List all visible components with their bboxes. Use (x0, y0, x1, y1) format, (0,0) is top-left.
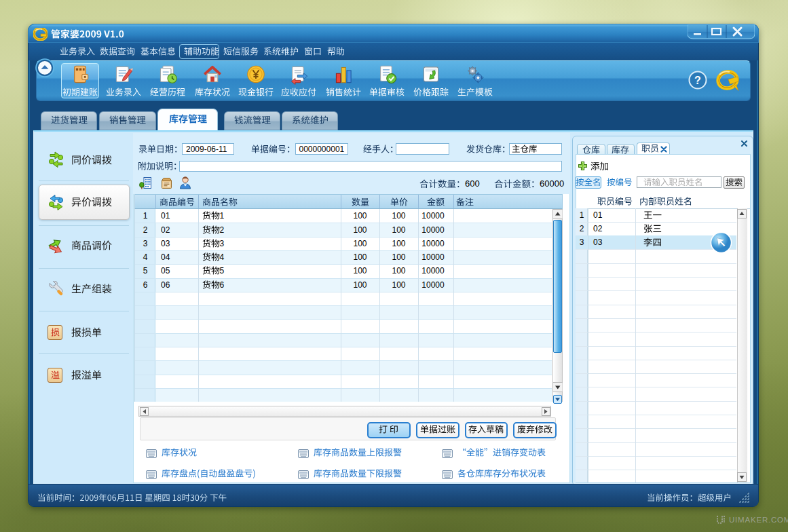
svg-text:?: ? (694, 75, 701, 86)
